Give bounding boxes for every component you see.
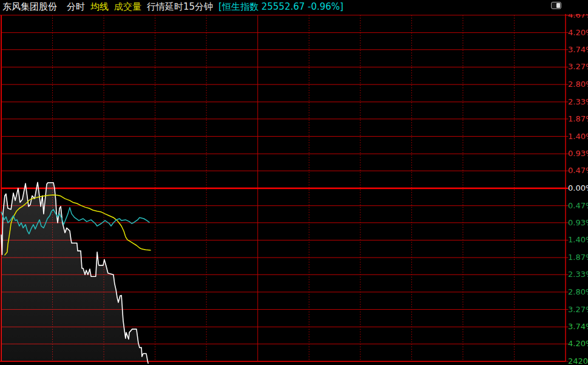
axis-label-16: 2.80% bbox=[568, 287, 588, 297]
axis-label-9: 0.47% bbox=[568, 166, 588, 176]
axis-label-17: 3.27% bbox=[568, 305, 588, 315]
axis-label-19: 4.20% bbox=[568, 339, 588, 349]
delay-notice: 行情延时15分钟 bbox=[147, 1, 213, 13]
axis-label-7: 1.40% bbox=[568, 132, 588, 142]
tab-average-line[interactable]: 均线 bbox=[90, 1, 109, 13]
intraday-chart-screen: 东风集团股份 分时 均线 成交量 行情延时15分钟 [恒生指数 25552.67… bbox=[0, 0, 588, 365]
axis-label-10: 0.00% bbox=[568, 183, 588, 193]
axis-label-14: 1.87% bbox=[568, 253, 588, 262]
axis-label-20: 2420 bbox=[568, 356, 588, 365]
axis-label-1: 4.20% bbox=[568, 28, 588, 38]
minute-chart-plot[interactable] bbox=[0, 0, 588, 365]
panel-toggle-icon-fill bbox=[556, 3, 560, 8]
axis-label-6: 1.87% bbox=[568, 114, 588, 124]
axis-label-5: 2.33% bbox=[568, 97, 588, 107]
header-bar: 东风集团股份 分时 均线 成交量 行情延时15分钟 [恒生指数 25552.67… bbox=[0, 0, 588, 14]
axis-label-15: 2.33% bbox=[568, 270, 588, 279]
axis-label-2: 3.74% bbox=[568, 45, 588, 55]
axis-label-12: 0.93% bbox=[568, 218, 588, 228]
tab-minute-chart[interactable]: 分时 bbox=[67, 1, 85, 13]
axis-label-18: 3.74% bbox=[568, 322, 588, 332]
tab-volume[interactable]: 成交量 bbox=[114, 1, 141, 13]
axis-label-11: 0.47% bbox=[568, 201, 588, 211]
index-quote[interactable]: [恒生指数 25552.67 -0.96%] bbox=[218, 1, 343, 13]
panel-toggle-icon[interactable] bbox=[551, 2, 561, 9]
axis-label-8: 0.93% bbox=[568, 149, 588, 159]
axis-label-4: 2.80% bbox=[568, 80, 588, 89]
axis-label-13: 1.40% bbox=[568, 235, 588, 245]
axis-label-3: 3.27% bbox=[568, 62, 588, 72]
stock-name: 东风集团股份 bbox=[2, 1, 57, 13]
